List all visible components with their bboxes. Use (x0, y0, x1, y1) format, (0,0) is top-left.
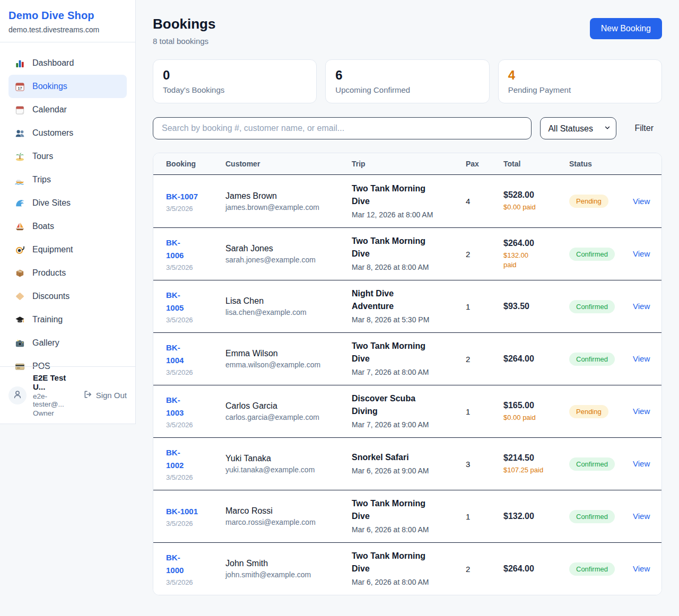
sidebar-item-label: Trips (32, 175, 51, 184)
brand-domain: demo.test.divestreams.com (8, 25, 127, 34)
bookings-table: Booking Customer Trip Pax Total Status B… (153, 153, 662, 595)
view-link[interactable]: View (633, 564, 650, 573)
booking-id-link[interactable]: BK-1006 (166, 236, 190, 262)
trip-datetime: Mar 7, 2026 at 9:00 AM (352, 419, 466, 430)
user-info: E2E Test U... e2e-tester@... Owner (33, 373, 76, 417)
stat-label: Today's Bookings (163, 85, 307, 94)
sidebar-item-boats[interactable]: Boats (8, 215, 127, 238)
booking-date: 3/5/2026 (166, 263, 225, 271)
column-header-trip: Trip (352, 160, 466, 168)
status-badge: Confirmed (569, 353, 615, 366)
stat-label: Upcoming Confirmed (335, 85, 479, 94)
view-link[interactable]: View (633, 302, 650, 311)
sidebar-item-training[interactable]: Training (8, 308, 127, 331)
booking-id-link[interactable]: BK-1003 (166, 394, 190, 419)
brand-title: Demo Dive Shop (8, 10, 127, 22)
customer-name: John Smith (225, 559, 352, 568)
view-link[interactable]: View (633, 407, 650, 416)
sidebar-item-gallery[interactable]: Gallery (8, 331, 127, 355)
total-amount: $93.50 (503, 302, 569, 311)
customers-icon (15, 128, 25, 138)
svg-text:17: 17 (18, 86, 22, 91)
stat-value: 6 (335, 68, 479, 83)
view-link[interactable]: View (633, 459, 650, 468)
customer-name: James Brown (225, 191, 352, 201)
table-header-row: Booking Customer Trip Pax Total Status (153, 153, 661, 175)
view-link[interactable]: View (633, 354, 650, 363)
sidebar: Demo Dive Shop demo.test.divestreams.com… (0, 0, 136, 424)
view-link[interactable]: View (633, 249, 650, 258)
sidebar-item-dive-sites[interactable]: Dive Sites (8, 191, 127, 215)
page-subtitle: 8 total bookings (153, 37, 215, 46)
trip-datetime: Mar 8, 2026 at 8:00 AM (352, 262, 466, 273)
customer-name: Carlos Garcia (225, 401, 352, 411)
trip-name: Two Tank Morning Dive (352, 550, 432, 575)
bookings-calendar-icon: 17 (15, 82, 25, 92)
view-link[interactable]: View (633, 197, 650, 206)
customer-name: Emma Wilson (225, 349, 352, 358)
booking-date: 3/5/2026 (166, 578, 225, 586)
sidebar-item-label: Equipment (32, 245, 73, 254)
filter-button[interactable]: Filter (634, 124, 654, 133)
column-header-customer: Customer (225, 160, 352, 168)
column-header-status: Status (569, 160, 633, 168)
sidebar-item-dashboard[interactable]: Dashboard (8, 51, 127, 75)
view-link[interactable]: View (633, 512, 650, 521)
trip-name: Two Tank Morning Dive (352, 235, 432, 260)
page-header: Bookings 8 total bookings New Booking (153, 16, 662, 46)
customer-email: yuki.tanaka@example.com (225, 465, 352, 474)
customer-email: marco.rossi@example.com (225, 518, 352, 526)
search-input[interactable] (153, 117, 532, 139)
status-badge: Confirmed (569, 248, 615, 261)
sign-out-button[interactable]: Sign Out (83, 390, 127, 401)
customer-name: Yuki Tanaka (225, 454, 352, 463)
booking-id-link[interactable]: BK-1002 (166, 446, 190, 472)
status-badge: Confirmed (569, 300, 615, 313)
customer-name: Sarah Jones (225, 244, 352, 253)
booking-date: 3/5/2026 (166, 473, 225, 481)
booking-id-link[interactable]: BK-1001 (166, 505, 225, 518)
status-filter: All Statuses (540, 117, 616, 139)
stats-cards: 0 Today's Bookings 6 Upcoming Confirmed … (153, 59, 662, 103)
user-role: Owner (33, 409, 76, 417)
sidebar-item-label: Customers (32, 128, 73, 138)
status-badge: Confirmed (569, 457, 615, 471)
dashboard-chart-icon (15, 58, 25, 68)
training-cap-icon (15, 315, 25, 325)
sidebar-item-label: Dive Sites (32, 198, 71, 208)
new-booking-button[interactable]: New Booking (590, 18, 662, 39)
column-header-pax: Pax (466, 160, 503, 168)
sidebar-item-bookings[interactable]: 17 Bookings (8, 75, 127, 98)
sidebar-item-label: Boats (32, 222, 54, 231)
sidebar-item-label: Gallery (32, 338, 59, 348)
sidebar-item-products[interactable]: Products (8, 261, 127, 285)
total-amount: $214.50 (503, 453, 569, 463)
sidebar-item-customers[interactable]: Customers (8, 121, 127, 145)
user-email: e2e-tester@... (33, 392, 76, 408)
trip-name: Two Tank Morning Dive (352, 497, 432, 523)
booking-id-link[interactable]: BK-1000 (166, 551, 190, 577)
stat-card-pending-payment: 4 Pending Payment (498, 59, 662, 103)
total-amount: $264.00 (503, 239, 569, 248)
sidebar-item-trips[interactable]: Trips (8, 168, 127, 191)
booking-date: 3/5/2026 (166, 368, 225, 376)
sidebar-item-calendar[interactable]: Calendar (8, 98, 127, 121)
pax-count: 4 (466, 197, 503, 206)
trips-speedboat-icon (15, 175, 25, 185)
person-icon (12, 389, 23, 402)
status-filter-select[interactable]: All Statuses (540, 117, 616, 139)
booking-id-link[interactable]: BK-1005 (166, 289, 190, 314)
sidebar-item-equipment[interactable]: Equipment (8, 238, 127, 261)
trip-datetime: Mar 6, 2026 at 8:00 AM (352, 524, 466, 535)
status-badge: Pending (569, 195, 608, 208)
booking-id-link[interactable]: BK-1007 (166, 190, 225, 203)
trip-datetime: Mar 6, 2026 at 9:00 AM (352, 465, 466, 477)
customer-email: lisa.chen@example.com (225, 308, 352, 316)
sidebar-item-discounts[interactable]: Discounts (8, 285, 127, 308)
booking-id-link[interactable]: BK-1004 (166, 341, 190, 367)
booking-date: 3/5/2026 (166, 421, 225, 429)
sidebar-item-tours[interactable]: Tours (8, 145, 127, 168)
status-badge: Pending (569, 405, 608, 418)
stat-value: 0 (163, 68, 307, 83)
pax-count: 1 (466, 302, 503, 311)
